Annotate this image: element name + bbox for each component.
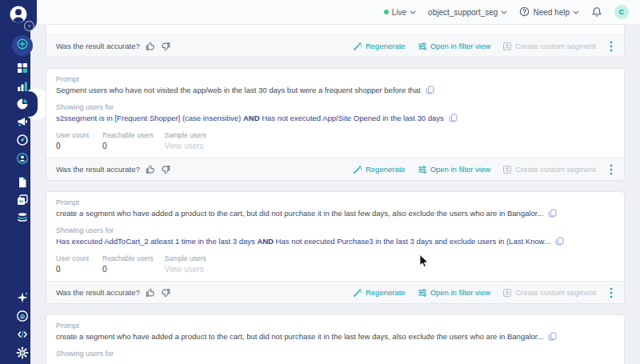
environment-selector[interactable]: Live [384, 8, 416, 17]
pie-chart-icon[interactable] [16, 98, 29, 110]
open-in-filter-view-button[interactable]: Open in filter view [418, 165, 491, 174]
card-footer: Was the result accurate? Regenerate Open… [46, 158, 624, 180]
sidebar-item-journeys-gauge[interactable] [16, 134, 29, 146]
regenerate-button[interactable]: Regenerate [353, 288, 406, 298]
card-actions: Regenerate Open in filter view Create cu… [353, 287, 614, 298]
copy-icon[interactable] [548, 334, 557, 342]
accuracy-question: Was the result accurate? [56, 165, 140, 174]
accuracy-feedback: Was the result accurate? [56, 165, 170, 174]
top-header-bar: Live object_support_seg Need help C [30, 0, 640, 24]
sidebar-item-developer-code[interactable] [16, 328, 29, 341]
create-custom-segment-button[interactable]: Create custom segment [502, 42, 596, 51]
result-card: Prompt Segment users who have not visite… [46, 68, 625, 181]
kebab-menu-icon[interactable] [608, 164, 614, 175]
thumbs-up-icon[interactable] [146, 42, 155, 51]
card-footer: Was the result accurate? Regenerate Open… [46, 34, 624, 57]
chevron-down-icon [501, 10, 507, 14]
stat-sample-users: Sample usersView users [165, 131, 206, 150]
copy-icon[interactable] [548, 210, 557, 219]
open-in-filter-view-button[interactable]: Open in filter view [418, 288, 491, 298]
view-users-link[interactable]: View users [165, 265, 206, 274]
sidebar-item-settings-gear[interactable] [16, 346, 29, 359]
sidebar-item-dashboard[interactable] [16, 62, 29, 74]
project-name: object_support_seg [428, 8, 498, 17]
notifications-bell-icon[interactable] [591, 6, 602, 18]
result-card-partial-bottom: Prompt create a segment who have added a… [46, 314, 625, 364]
segment-stats: User count0 Reachable users0 Sample user… [56, 131, 614, 150]
card-footer: Was the result accurate? Regenerate Open… [46, 281, 624, 303]
kebab-menu-icon[interactable] [608, 287, 614, 298]
accuracy-feedback: Was the result accurate? [56, 42, 170, 51]
help-label: Need help [533, 8, 570, 17]
copy-icon[interactable] [449, 115, 458, 124]
result-card-partial: Was the result accurate? Regenerate Open… [46, 24, 625, 58]
prompt-text: Segment users who have not visited the a… [56, 86, 614, 96]
thumbs-down-icon[interactable] [161, 42, 170, 51]
open-in-filter-view-button[interactable]: Open in filter view [418, 42, 491, 51]
need-help-menu[interactable]: Need help [519, 6, 579, 18]
user-avatar[interactable]: C [614, 5, 629, 19]
project-selector[interactable]: object_support_seg [428, 8, 507, 17]
showing-users-label: Showing users for [56, 103, 614, 111]
kebab-menu-icon[interactable] [608, 41, 614, 52]
plus-circle-icon [16, 38, 29, 54]
segment-definition: Has executed AddToCart_2 atleast 1 time … [56, 237, 614, 247]
results-scroll-area[interactable]: Was the result accurate? Regenerate Open… [30, 24, 640, 364]
live-label: Live [392, 8, 406, 17]
stat-reachable-users: Reachable users0 [102, 131, 154, 150]
card-body-clipped [46, 25, 624, 34]
create-custom-segment-button[interactable]: Create custom segment [502, 288, 596, 298]
sidebar-item-boards[interactable] [16, 194, 29, 206]
sidebar-collapse-chevron-icon[interactable]: › [24, 21, 34, 31]
prompt-label: Prompt [56, 75, 614, 83]
create-custom-segment-button[interactable]: Create custom segment [502, 165, 596, 174]
thumbs-up-icon[interactable] [146, 165, 155, 174]
card-body: Prompt Segment users who have not visite… [46, 69, 624, 158]
stat-sample-users: Sample usersView users [165, 254, 206, 274]
card-body: Prompt create a segment who have added a… [46, 315, 624, 364]
chevron-down-icon [573, 10, 579, 14]
live-status-dot [384, 10, 389, 14]
chevron-down-icon [410, 10, 416, 14]
showing-users-label: Showing users for [56, 350, 614, 358]
accuracy-feedback: Was the result accurate? [56, 288, 170, 298]
showing-users-label: Showing users for [56, 226, 614, 234]
copy-icon[interactable] [426, 87, 434, 96]
stat-user-count: User count0 [56, 254, 91, 274]
sidebar-item-users[interactable] [16, 152, 29, 165]
sidebar-item-data-stack[interactable] [16, 211, 29, 224]
stat-user-count: User count0 [56, 131, 91, 150]
thumbs-up-icon[interactable] [146, 288, 155, 298]
card-actions: Regenerate Open in filter view Create cu… [353, 41, 614, 52]
sidebar-create-button[interactable] [12, 35, 33, 56]
clevertap-logo-icon [9, 5, 28, 24]
sidebar-item-reports-document[interactable] [16, 176, 29, 189]
accuracy-question: Was the result accurate? [56, 288, 140, 297]
accuracy-question: Was the result accurate? [56, 42, 140, 50]
prompt-label: Prompt [56, 198, 614, 206]
prompt-text: create a segment who have added a produc… [56, 332, 614, 342]
card-body: Prompt create a segment who have added a… [46, 192, 624, 281]
segment-stats: User count0 Reachable users0 Sample user… [56, 254, 614, 274]
card-actions: Regenerate Open in filter view Create cu… [353, 164, 614, 175]
sidebar-item-ai-sparkle[interactable] [16, 291, 29, 304]
segment-definition: s2ssegment is in [Frequent Shopper] (cas… [56, 114, 614, 124]
thumbs-down-icon[interactable] [161, 165, 170, 174]
sidebar-item-campaigns-megaphone[interactable] [16, 115, 29, 128]
result-card: Prompt create a segment who have added a… [46, 191, 625, 304]
stat-reachable-users: Reachable users0 [102, 254, 154, 274]
regenerate-button[interactable]: Regenerate [353, 165, 406, 174]
help-circle-icon [519, 6, 530, 18]
prompt-label: Prompt [56, 322, 614, 330]
copy-icon[interactable] [555, 238, 564, 247]
sidebar-item-academy[interactable] [16, 310, 29, 322]
regenerate-button[interactable]: Regenerate [353, 42, 406, 51]
thumbs-down-icon[interactable] [161, 288, 170, 298]
view-users-link[interactable]: View users [165, 142, 206, 150]
prompt-text: create a segment who have added a produc… [56, 209, 614, 219]
sidebar-item-analytics[interactable] [16, 80, 29, 93]
